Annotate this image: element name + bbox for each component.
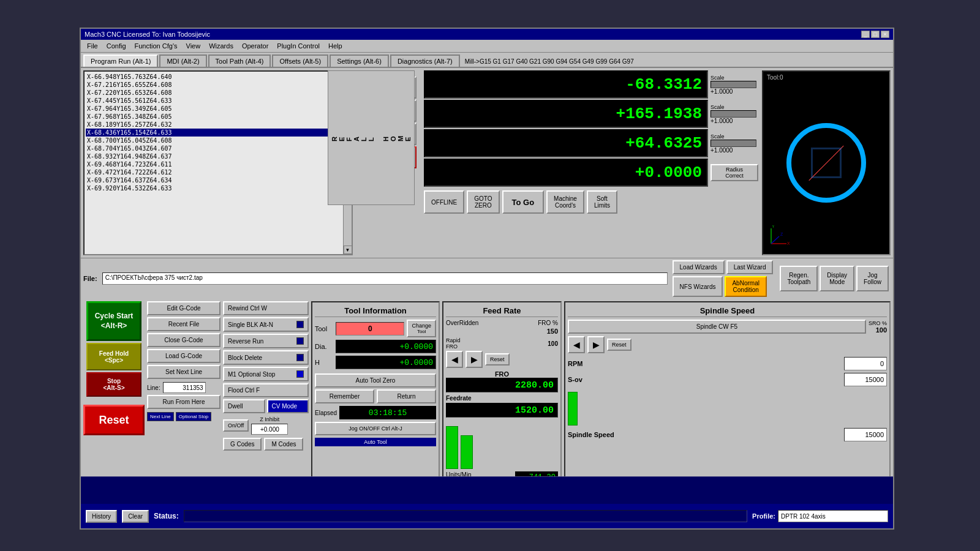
m-codes-button[interactable]: M Codes <box>264 438 303 451</box>
single-blk-indicator <box>296 321 304 328</box>
spindle-reset-button[interactable]: Reset <box>607 339 631 351</box>
offline-button[interactable]: OFFLINE <box>424 190 464 214</box>
line-input[interactable] <box>163 382 206 393</box>
menu-config[interactable]: Config <box>103 41 130 51</box>
menu-file[interactable]: File <box>83 41 102 51</box>
dro-z-display: +64.6325 <box>424 129 708 157</box>
tab-mdi[interactable]: MDI (Alt-2) <box>159 54 206 67</box>
reset-button[interactable]: Reset <box>83 405 145 435</box>
tab-tool-path[interactable]: Tool Path (Alt-4) <box>208 54 271 67</box>
block-delete-button[interactable]: Block Delete <box>223 350 309 365</box>
cv-mode-button[interactable]: CV Mode <box>267 399 309 413</box>
fro-pct-label: FRO % <box>538 320 558 326</box>
menu-plugin[interactable]: PlugIn Control <box>273 41 323 51</box>
sro-pct-value: 100 <box>876 326 887 334</box>
regen-toolpath-button[interactable]: Regen.Toolpath <box>780 266 818 291</box>
tab-diagnostics[interactable]: Diagnostics (Alt-7) <box>390 54 460 67</box>
load-gcode-button[interactable]: Load G-Code <box>147 349 221 363</box>
tab-offsets[interactable]: Offsets (Alt-5) <box>272 54 328 67</box>
scroll-down-arrow[interactable]: ▼ <box>344 246 352 254</box>
gcode-line: X-67.445Y165.561Z64.633 <box>86 97 350 105</box>
abnormal-button[interactable]: AbNormalCondition <box>725 276 766 297</box>
set-next-line-button[interactable]: Set Next Line <box>147 365 221 379</box>
dro-x-display: -68.3312 <box>424 70 708 99</box>
elapsed-row: Elapsed 03:18:15 <box>315 406 436 419</box>
menu-view[interactable]: View <box>183 41 205 51</box>
machine-coords-button[interactable]: MachineCoord's <box>546 190 584 214</box>
maximize-button[interactable]: □ <box>871 31 880 38</box>
gcode-list[interactable]: X-66.948Y165.763Z64.640 X-67.216Y165.655… <box>85 72 352 254</box>
tool-inner-circle <box>811 148 842 178</box>
m1-optional-button[interactable]: M1 Optional Stop <box>223 367 309 381</box>
on-off-button[interactable]: On/Off <box>223 419 249 432</box>
dro-4-scale: RadiusCorrect <box>710 164 760 181</box>
feed-reset-button[interactable]: Reset <box>485 353 510 365</box>
history-button[interactable]: History <box>86 510 117 523</box>
dro-4-display: +0.0000 <box>424 159 708 187</box>
last-wizard-button[interactable]: Last Wizard <box>726 260 774 274</box>
menu-wizards[interactable]: Wizards <box>205 41 237 51</box>
title-buttons[interactable]: _ □ × <box>861 31 889 38</box>
dwell-button[interactable]: Dwell <box>223 399 265 413</box>
edit-gcode-button[interactable]: Edit G-Code <box>147 301 221 315</box>
regen-buttons: Regen.Toolpath DisplayMode JogFollow <box>778 264 891 293</box>
menu-operator[interactable]: Operator <box>238 41 272 51</box>
g-codes-button[interactable]: G Codes <box>223 438 262 451</box>
rpm-label: RPM <box>568 360 582 367</box>
dia-row: Dia. +0.0000 <box>315 340 436 353</box>
menu-help[interactable]: Help <box>325 41 346 51</box>
return-button[interactable]: Return <box>377 389 436 403</box>
scale-bar-y <box>710 110 756 118</box>
tool-label: Tool:0 <box>767 74 783 81</box>
spindle-speed-value: 15000 <box>844 428 887 441</box>
menu-function-cfgs[interactable]: Function Cfg's <box>131 41 181 51</box>
stop-button[interactable]: Stop<Alt-S> <box>86 372 141 397</box>
feed-bar-2 <box>461 435 473 469</box>
profile-value: DPTR 102 4axis <box>778 510 888 522</box>
minimize-button[interactable]: _ <box>861 31 870 38</box>
rem-ret-row: Remember Return <box>315 389 436 403</box>
change-tool-button[interactable]: Change Tool <box>407 320 436 337</box>
single-blk-button[interactable]: Single BLK Alt-N <box>223 317 309 332</box>
feed-hold-button[interactable]: Feed Hold<Spc> <box>86 343 141 370</box>
spindle-decrease-button[interactable]: ◀ <box>568 336 585 353</box>
reverse-run-indicator <box>296 337 304 345</box>
jog-follow-button[interactable]: JogFollow <box>856 266 889 291</box>
file-label: File: <box>83 275 97 282</box>
flood-button[interactable]: Flood Ctrl F <box>223 383 309 397</box>
close-gcode-button[interactable]: Close G-Code <box>147 333 221 347</box>
gcode-line: X-68.189Y165.257Z64.632 <box>86 121 350 129</box>
display-mode-button[interactable]: DisplayMode <box>820 266 854 291</box>
soft-limits-button[interactable]: SoftLimits <box>587 190 617 214</box>
feed-controls: ◀ ▶ Reset <box>446 351 558 368</box>
goto-zero-button[interactable]: GOTOZERO <box>467 190 499 214</box>
close-button[interactable]: × <box>881 31 889 38</box>
to-go-button[interactable]: To Go <box>502 190 545 214</box>
bottom-panel <box>81 476 893 504</box>
spindle-increase-button[interactable]: ▶ <box>587 336 605 353</box>
remember-button[interactable]: Remember <box>315 389 374 403</box>
spindle-speed-label: Spindle Speed <box>568 431 614 438</box>
jog-on-off-button[interactable]: Jog ON/OFF Ctrl Alt-J <box>315 422 436 435</box>
auto-tool-zero-button[interactable]: Auto Tool Zero <box>315 373 436 388</box>
load-wizards-button[interactable]: Load Wizards <box>673 260 725 274</box>
tab-program-run[interactable]: Program Run (Alt-1) <box>83 54 158 67</box>
nfs-wizards-button[interactable]: NFS Wizards <box>673 276 723 297</box>
run-from-here-button[interactable]: Run From Here <box>147 395 221 409</box>
spindle-cw-button[interactable]: Spindle CW F5 <box>568 320 866 334</box>
rewind-button[interactable]: Rewind Ctrl W <box>223 301 309 315</box>
gcode-line: X-69.673Y164.637Z64.634 <box>86 176 350 184</box>
gcode-line-highlighted: X-68.436Y165.154Z64.633 <box>86 129 350 137</box>
tab-settings[interactable]: Settings (Alt-6) <box>330 54 389 67</box>
svg-text:Y: Y <box>772 225 775 228</box>
reverse-run-button[interactable]: Reverse Run <box>223 334 309 348</box>
rpm-row: RPM 0 <box>568 357 887 370</box>
clear-button[interactable]: Clear <box>122 510 149 523</box>
feed-increase-button[interactable]: ▶ <box>466 351 483 368</box>
feed-decrease-button[interactable]: ◀ <box>446 351 463 368</box>
status-bar: History Clear Status: Profile: DPTR 102 … <box>81 504 893 528</box>
radius-correct-button[interactable]: RadiusCorrect <box>710 164 758 181</box>
recent-file-button[interactable]: Recent File <box>147 317 221 331</box>
cycle-start-button[interactable]: Cycle Start<Alt-R> <box>86 301 141 341</box>
feed-bar-1 <box>446 426 458 469</box>
